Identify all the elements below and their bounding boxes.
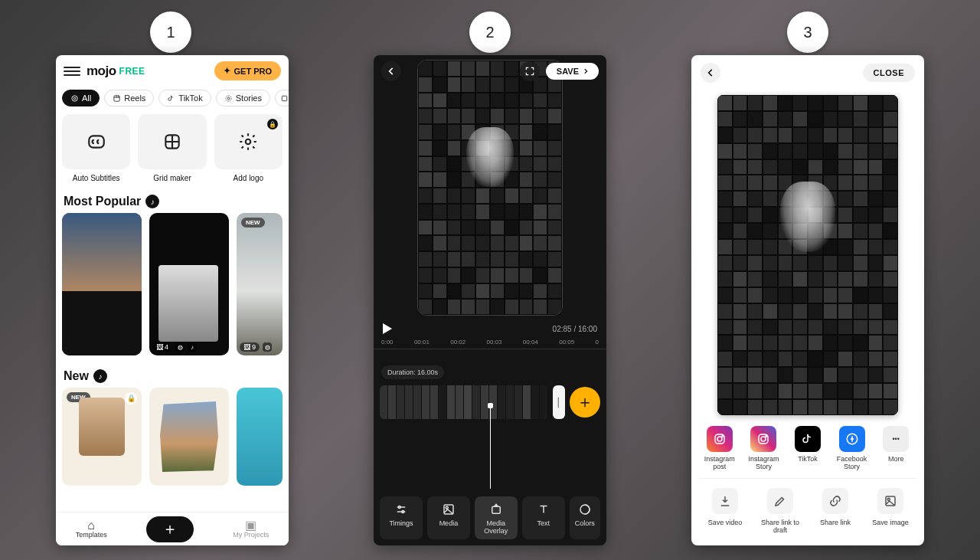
trim-handle[interactable]: │ [553, 385, 565, 419]
nav-templates[interactable]: ⌂ Templates [76, 520, 107, 539]
save-label: Share link to draft [756, 519, 805, 534]
tiktok-icon [795, 426, 821, 452]
app-logo: mojo FREE [87, 64, 145, 79]
gear-icon [238, 132, 258, 152]
timeline-ruler[interactable] [374, 349, 606, 359]
play-button[interactable] [383, 323, 392, 334]
music-icon[interactable]: ♪ [93, 369, 107, 383]
share-link[interactable]: Share link [811, 488, 860, 534]
tool-media[interactable]: Media [427, 496, 470, 539]
instagram-icon [707, 426, 733, 452]
chip-stories-label: Stories [236, 93, 262, 103]
popular-row: 🖼 9 ◍ ♪ 🖼 4 ◍ ♪ NEW 🖼 9 ◍ [56, 213, 289, 363]
target-icon [70, 94, 79, 103]
svg-point-23 [887, 498, 890, 500]
svg-point-16 [717, 437, 722, 441]
save-image[interactable]: Save image [866, 488, 915, 534]
template-card[interactable] [237, 388, 283, 486]
save-label: SAVE [557, 67, 579, 76]
tool-subtitles[interactable]: Auto Subtitles [62, 114, 130, 182]
get-pro-label: GET PRO [234, 67, 272, 76]
video-preview[interactable] [417, 60, 563, 316]
duration-chip[interactable]: Duration: 16.00s [381, 365, 444, 379]
tool-grid-label: Grid maker [138, 174, 206, 182]
chip-tiktok[interactable]: TikTok [158, 90, 211, 106]
chevron-left-icon [705, 67, 716, 78]
nav-projects[interactable]: ▣ My Projects [233, 520, 269, 539]
back-button[interactable] [381, 61, 401, 81]
share-facebook-story[interactable]: Facebook Story [831, 426, 874, 470]
menu-icon[interactable] [64, 67, 80, 76]
music-icon[interactable]: ♪ [145, 195, 159, 208]
share-tiktok[interactable]: TikTok [786, 426, 829, 470]
square-icon [280, 94, 289, 103]
tool-text[interactable]: Text [522, 496, 565, 539]
tick: 00:03 [487, 339, 502, 345]
template-card[interactable]: NEW 🔒 [62, 388, 142, 486]
tool-addlogo[interactable]: 🔒 Add logo [214, 114, 283, 182]
chip-reels[interactable]: Reels [104, 90, 154, 106]
category-chips: All Reels TikTok Stories [56, 87, 289, 114]
template-card[interactable] [149, 388, 229, 486]
step-badge-3: 3 [787, 11, 828, 53]
step-badge-2: 2 [469, 11, 511, 53]
tool-timings[interactable]: Timings [380, 496, 423, 539]
playhead[interactable] [490, 406, 491, 489]
new-badge: NEW [241, 218, 265, 228]
template-thumb [160, 401, 218, 472]
template-card[interactable]: NEW 🖼 9 ◍ [237, 213, 283, 355]
close-button[interactable]: CLOSE [863, 64, 915, 82]
preview-face [780, 182, 835, 252]
chip-reels-label: Reels [124, 93, 145, 103]
get-pro-button[interactable]: ✦ GET PRO [214, 61, 281, 80]
template-card[interactable]: 🖼 9 ◍ ♪ [62, 213, 142, 355]
preview-face [466, 127, 514, 187]
screen-editor: SAVE 02:85 / 16:00 0:00 00:01 00:02 00:0… [374, 55, 606, 545]
ig-icon: ◍ [263, 342, 272, 352]
svg-point-19 [761, 437, 766, 441]
save-label: Share link [820, 519, 851, 526]
add-clip-button[interactable]: ＋ [570, 387, 600, 418]
clip-thumbstrip[interactable] [380, 385, 548, 419]
new-row: NEW 🔒 [56, 388, 289, 487]
reels-icon [113, 94, 121, 103]
template-card[interactable]: 🖼 4 ◍ ♪ [149, 213, 229, 355]
export-preview [717, 95, 898, 415]
card-count: 🖼 9 [240, 342, 260, 352]
share-label: Facebook Story [831, 455, 874, 470]
share-instagram-story[interactable]: Instagram Story [742, 426, 785, 470]
tool-overlay-label: Media Overlay [476, 519, 516, 535]
tool-subtitles-label: Auto Subtitles [62, 174, 130, 182]
svg-point-17 [722, 436, 724, 437]
share-row: Instagram post Instagram Story TikTok Fa… [691, 426, 924, 478]
tools-row: Auto Subtitles Grid maker 🔒 Add logo [56, 114, 289, 188]
svg-point-4 [227, 97, 230, 100]
export-top-bar: CLOSE [691, 55, 924, 90]
top-bar: mojo FREE ✦ GET PRO [56, 55, 289, 87]
save-button[interactable]: SAVE [546, 63, 599, 80]
expand-icon [524, 66, 535, 77]
chip-all[interactable]: All [62, 90, 100, 106]
share-label: Instagram Story [742, 455, 785, 470]
fullscreen-button[interactable] [520, 61, 540, 81]
share-link-draft[interactable]: Share link to draft [756, 488, 805, 534]
create-button[interactable]: ＋ [146, 516, 194, 542]
svg-point-20 [766, 436, 767, 437]
tool-colors[interactable]: Colors [570, 496, 600, 539]
chevron-right-icon [582, 67, 590, 75]
share-more[interactable]: ••• More [874, 426, 917, 470]
step-badge-1: 1 [150, 11, 191, 53]
save-label: Save image [872, 519, 909, 526]
logo-text: mojo [87, 64, 116, 79]
tt-icon: ♪ [188, 342, 197, 352]
tick: 00:01 [414, 339, 430, 345]
chip-stories[interactable]: Stories [216, 90, 270, 106]
chevron-left-icon [386, 66, 397, 77]
tool-overlay[interactable]: Media Overlay [475, 496, 518, 539]
back-button[interactable] [701, 63, 720, 83]
save-video[interactable]: Save video [701, 488, 750, 534]
share-instagram-post[interactable]: Instagram post [698, 426, 741, 470]
tool-grid[interactable]: Grid maker [138, 114, 206, 182]
more-icon: ••• [883, 426, 909, 452]
chip-more[interactable] [275, 90, 289, 106]
